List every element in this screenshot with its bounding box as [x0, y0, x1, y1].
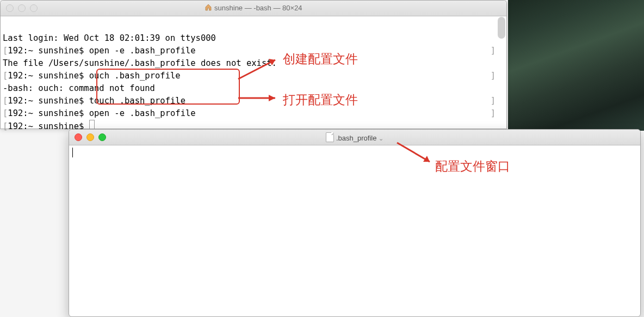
- desktop-background: [508, 0, 644, 131]
- terminal-command: ouch .bash_profile: [89, 71, 181, 81]
- terminal-command: touch .bash_profile: [89, 96, 185, 106]
- terminal-line: Last login: Wed Oct 18 02:01:39 on ttys0…: [3, 33, 216, 43]
- terminal-output[interactable]: Last login: Wed Oct 18 02:01:39 on ttys0…: [1, 16, 506, 136]
- textedit-content[interactable]: [69, 145, 640, 160]
- textedit-title[interactable]: .bash_profile ⌄: [69, 132, 640, 142]
- home-icon: [205, 4, 212, 13]
- text-cursor: [72, 148, 73, 157]
- terminal-command: open -e .bash_profile: [89, 108, 196, 118]
- textedit-window[interactable]: .bash_profile ⌄: [69, 129, 641, 317]
- terminal-line: The file /Users/sunshine/.bash_profile d…: [3, 58, 277, 68]
- terminal-titlebar[interactable]: sunshine — -bash — 80×24: [1, 1, 506, 16]
- terminal-line: -bash: ouch: command not found: [3, 83, 155, 93]
- terminal-window[interactable]: sunshine — -bash — 80×24 Last login: Wed…: [0, 0, 507, 129]
- document-icon: [326, 132, 334, 142]
- terminal-command: open -e .bash_profile: [89, 46, 196, 56]
- terminal-title: sunshine — -bash — 80×24: [1, 4, 506, 13]
- terminal-prompt: 192:~ sunshine$: [8, 46, 89, 56]
- terminal-prompt: 192:~ sunshine$: [8, 108, 89, 118]
- terminal-prompt: 192:~ sunshine$: [8, 96, 89, 106]
- chevron-down-icon[interactable]: ⌄: [379, 135, 383, 142]
- textedit-titlebar[interactable]: .bash_profile ⌄: [69, 130, 640, 145]
- terminal-prompt: 192:~ sunshine$: [8, 71, 89, 81]
